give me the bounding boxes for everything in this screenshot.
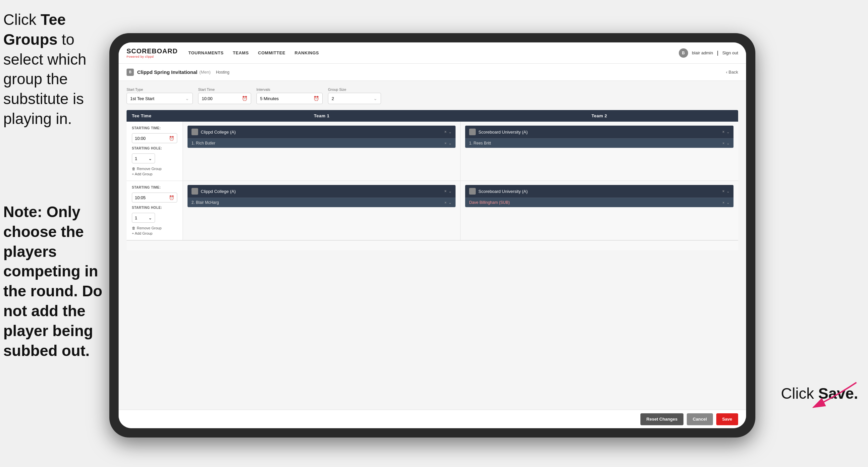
tournament-badge: B	[127, 68, 134, 76]
intervals-value: 5 Minutes	[260, 96, 279, 101]
intervals-clock: ⏰	[313, 96, 319, 101]
navbar: SCOREBOARD Powered by clippd TOURNAMENTS…	[119, 42, 746, 64]
start-type-value: 1st Tee Start	[130, 96, 154, 101]
back-link[interactable]: ‹ Back	[726, 69, 738, 75]
time-clock-1: ⏰	[169, 136, 174, 141]
team1-name-2: Clippd College (A)	[201, 189, 236, 194]
add-group-1[interactable]: + Add Group	[132, 172, 177, 176]
group-size-label: Group Size	[328, 88, 381, 91]
time-clock-2: ⏰	[169, 195, 174, 200]
start-type-spinner: ⌄	[185, 96, 189, 101]
settings-row: Start Type 1st Tee Start ⌄ Start Time 10…	[127, 88, 738, 104]
start-time-input[interactable]: 10:00 ⏰	[198, 93, 251, 104]
team1-name-1: Clippd College (A)	[201, 129, 236, 135]
logo-area: SCOREBOARD Powered by clippd	[127, 48, 178, 58]
nav-links: TOURNAMENTS TEAMS COMMITTEE RANKINGS	[188, 49, 679, 57]
group-size-field: Group Size 2 ⌄	[328, 88, 381, 104]
team2-close-2[interactable]: ×	[722, 189, 724, 194]
team1-actions-1[interactable]: × ⌄	[444, 129, 452, 134]
intervals-input[interactable]: 5 Minutes ⏰	[256, 93, 323, 104]
remove-group-1[interactable]: 🗑 Remove Group	[132, 167, 177, 171]
add-group-2[interactable]: + Add Group	[132, 231, 177, 235]
team1-arrows-1[interactable]: ⌄	[448, 130, 452, 134]
time-input-1[interactable]: 10:00 ⏰	[132, 133, 177, 143]
nav-teams[interactable]: TEAMS	[233, 49, 249, 57]
player-x-1-2[interactable]: ×	[444, 201, 446, 204]
remove-icon-2: 🗑	[132, 226, 135, 230]
player-arrow-1-2[interactable]: ⌄	[448, 201, 452, 205]
start-time-label: Start Time	[198, 88, 251, 91]
nav-tournaments[interactable]: TOURNAMENTS	[188, 49, 223, 57]
start-time-field: Start Time 10:00 ⏰	[198, 88, 251, 104]
player-row-1-1: 1. Rich Butler × ⌄	[187, 138, 456, 148]
hole-input-1[interactable]: 1 ⌄	[132, 153, 155, 164]
time-input-2[interactable]: 10:05 ⏰	[132, 193, 177, 203]
team1-actions-2[interactable]: × ⌄	[444, 189, 452, 194]
cancel-button[interactable]: Cancel	[687, 413, 713, 425]
nav-committee[interactable]: COMMITTEE	[258, 49, 286, 57]
nav-rankings[interactable]: RANKINGS	[294, 49, 319, 57]
team1-logo-2	[191, 188, 198, 195]
player-row-2-1: 1. Rees Britt × ⌄	[465, 138, 734, 148]
team2-arrows-1[interactable]: ⌄	[726, 130, 730, 134]
player-row-2-2: Dave Billingham (SUB) × ⌄	[465, 198, 734, 207]
reset-changes-button[interactable]: Reset Changes	[641, 413, 683, 425]
remove-label-1: Remove Group	[137, 167, 162, 171]
note-content: Note: Only choose the players competing …	[3, 203, 102, 359]
tee-time-cell-2: STARTING TIME: 10:05 ⏰ STARTING HOLE: 1 …	[127, 181, 183, 240]
team2-left-2: Scoreboard University (A)	[469, 188, 528, 195]
player-x-2-2[interactable]: ×	[722, 201, 724, 204]
time-value-1: 10:00	[135, 136, 146, 141]
logo-powered: Powered by clippd	[127, 55, 178, 58]
table-header: Tee Time Team 1 Team 2	[127, 110, 738, 122]
col2-header: Team 1	[183, 110, 461, 122]
team2-close-1[interactable]: ×	[722, 129, 724, 134]
starting-time-label-2: STARTING TIME:	[132, 185, 177, 189]
tee-time-cell-1: STARTING TIME: 10:00 ⏰ STARTING HOLE: 1 …	[127, 122, 183, 181]
start-time-clock: ⏰	[242, 96, 247, 101]
remove-group-2[interactable]: 🗑 Remove Group	[132, 226, 177, 230]
team1-close-2[interactable]: ×	[444, 189, 446, 194]
col1-header: Tee Time	[127, 110, 183, 122]
team1-close-1[interactable]: ×	[444, 129, 446, 134]
player-actions-1-2[interactable]: × ⌄	[444, 201, 452, 205]
team2-arrows-2[interactable]: ⌄	[726, 189, 730, 194]
tablet-frame: SCOREBOARD Powered by clippd TOURNAMENTS…	[109, 33, 755, 438]
save-button[interactable]: Save	[716, 413, 738, 425]
group-size-input[interactable]: 2 ⌄	[328, 93, 381, 104]
action-links-1: 🗑 Remove Group + Add Group	[132, 167, 177, 176]
player-arrow-1-1[interactable]: ⌄	[448, 141, 452, 146]
team2-block-2: Scoreboard University (A) × ⌄ Dave Billi…	[465, 185, 734, 207]
group-size-value: 2	[332, 96, 334, 101]
player-actions-1-1[interactable]: × ⌄	[444, 141, 452, 146]
intervals-label: Intervals	[256, 88, 323, 91]
start-type-input[interactable]: 1st Tee Start ⌄	[127, 93, 193, 104]
hole-label-1: STARTING HOLE:	[132, 146, 177, 150]
team1-logo-1	[191, 128, 198, 135]
col3-header: Team 2	[461, 110, 738, 122]
hole-input-2[interactable]: 1 ⌄	[132, 213, 155, 223]
main-content[interactable]: Start Type 1st Tee Start ⌄ Start Time 10…	[119, 81, 746, 410]
team1-arrows-2[interactable]: ⌄	[448, 189, 452, 194]
tee-groups-bold: Tee Groups	[3, 11, 66, 48]
start-type-label: Start Type	[127, 88, 193, 91]
player-name-2-1: 1. Rees Britt	[469, 141, 491, 146]
group-size-spinner: ⌄	[373, 96, 377, 101]
team2-actions-1[interactable]: × ⌄	[722, 129, 730, 134]
player-arrow-2-2[interactable]: ⌄	[726, 201, 730, 205]
note-bold: Note: Only choose the players competing …	[3, 203, 102, 359]
player-actions-2-1[interactable]: × ⌄	[722, 141, 730, 146]
hosting-badge: Hosting	[216, 70, 229, 75]
team2-actions-2[interactable]: × ⌄	[722, 189, 730, 194]
team1-left-2: Clippd College (A)	[191, 188, 236, 195]
sign-out-link[interactable]: Sign out	[722, 50, 738, 55]
hole-label-2: STARTING HOLE:	[132, 206, 177, 209]
remove-label-2: Remove Group	[137, 226, 162, 230]
player-x-2-1[interactable]: ×	[722, 141, 724, 145]
player-actions-2-2[interactable]: × ⌄	[722, 201, 730, 205]
team1-cell-2: Clippd College (A) × ⌄ 2. Blair McHarg	[183, 181, 461, 240]
player-x-1-1[interactable]: ×	[444, 141, 446, 145]
team2-header-2: Scoreboard University (A) × ⌄	[465, 185, 734, 198]
player-arrow-2-1[interactable]: ⌄	[726, 141, 730, 146]
bottom-bar: Reset Changes Cancel Save	[119, 410, 746, 428]
